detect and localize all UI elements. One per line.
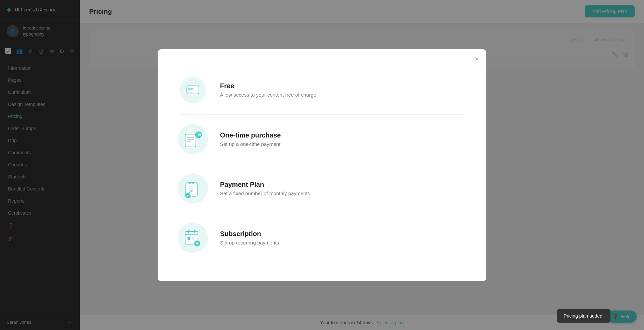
one-time-pricing-desc: Set up a one-time payment (220, 141, 281, 147)
pricing-type-modal: × FREE Free Allow access to your co (158, 49, 486, 281)
modal-overlay[interactable]: × FREE Free Allow access to your co (0, 0, 644, 330)
subscription-pricing-icon (178, 223, 208, 253)
svg-text:FREE: FREE (189, 88, 195, 90)
svg-rect-29 (192, 237, 195, 240)
subscription-pricing-title: Subscription (220, 230, 279, 238)
subscription-pricing-desc: Set up recurring payments (220, 240, 279, 245)
modal-close-button[interactable]: × (475, 55, 479, 63)
free-pricing-icon: FREE (178, 75, 208, 105)
toast-notification: Pricing plan added. (557, 309, 610, 323)
free-pricing-title: Free (220, 82, 316, 90)
free-pricing-info: Free Allow access to your content free o… (220, 82, 316, 98)
payment-plan-pricing-desc: Set a fixed number of monthly payments (220, 190, 310, 196)
svg-rect-7 (185, 134, 196, 147)
svg-text:2+: 2+ (186, 194, 190, 198)
svg-point-32 (196, 242, 198, 244)
svg-point-19 (192, 182, 194, 184)
svg-rect-28 (187, 237, 190, 240)
subscription-pricing-info: Subscription Set up recurring payments (220, 230, 279, 245)
pricing-option-subscription[interactable]: Subscription Set up recurring payments (178, 213, 466, 262)
free-pricing-desc: Allow access to your content free of cha… (220, 92, 316, 98)
one-time-pricing-icon: 1x (178, 124, 208, 154)
payment-plan-pricing-info: Payment Plan Set a fixed number of month… (220, 181, 310, 196)
svg-point-18 (189, 182, 191, 184)
payment-plan-pricing-icon: 2+ (178, 173, 208, 204)
pricing-option-payment-plan[interactable]: 2+ Payment Plan Set a fixed number of mo… (178, 164, 466, 213)
pricing-option-one-time[interactable]: 1x One-time purchase Set up a one-time p… (178, 115, 466, 164)
svg-rect-30 (187, 241, 190, 242)
svg-text:1x: 1x (197, 133, 201, 137)
one-time-pricing-info: One-time purchase Set up a one-time paym… (220, 131, 281, 147)
svg-rect-1 (187, 86, 199, 94)
payment-plan-pricing-title: Payment Plan (220, 181, 310, 188)
toast-message: Pricing plan added. (564, 313, 604, 319)
one-time-pricing-title: One-time purchase (220, 131, 281, 139)
pricing-option-free[interactable]: FREE Free Allow access to your content f… (178, 65, 466, 115)
svg-point-22 (191, 190, 193, 191)
